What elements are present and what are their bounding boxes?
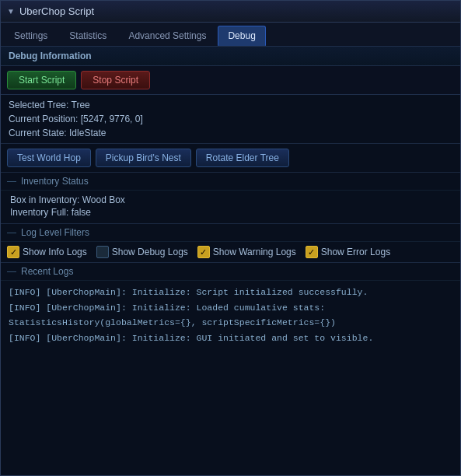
- filter-warning-label: Show Warning Logs: [213, 247, 296, 257]
- log-filters-body: ✓ Show Info Logs Show Debug Logs ✓ Show …: [1, 242, 460, 262]
- log-entry-2: [INFO] [UberChopMain]: Initialize: GUI i…: [9, 331, 452, 345]
- filter-info[interactable]: ✓ Show Info Logs: [7, 246, 87, 258]
- title-arrow: ▼: [7, 7, 15, 16]
- inventory-status-body: Box in Inventory: Wood Box Inventory Ful…: [1, 191, 460, 223]
- box-in-inventory: Box in Inventory: Wood Box: [10, 194, 451, 206]
- filter-info-checkbox[interactable]: ✓: [7, 246, 19, 258]
- tab-advanced-settings[interactable]: Advanced Settings: [118, 26, 216, 46]
- script-control-row: Start Script Stop Script: [1, 66, 460, 95]
- rotate-elder-tree-button[interactable]: Rotate Elder Tree: [196, 149, 289, 167]
- filter-debug[interactable]: Show Debug Logs: [96, 246, 188, 258]
- log-filters-section: Log Level Filters ✓ Show Info Logs Show …: [1, 224, 460, 263]
- selected-tree: Selected Tree: Tree: [9, 98, 452, 112]
- filter-info-label: Show Info Logs: [23, 247, 87, 257]
- current-state: Current State: IdleState: [9, 126, 452, 140]
- title-bar: ▼ UberChop Script: [1, 1, 460, 23]
- filter-error[interactable]: ✓ Show Error Logs: [306, 246, 390, 258]
- info-section: Selected Tree: Tree Current Position: [5…: [1, 95, 460, 144]
- action-buttons-row: Test World Hop Pickup Bird's Nest Rotate…: [1, 144, 460, 173]
- filter-debug-checkbox[interactable]: [96, 246, 109, 258]
- log-filters-header: Log Level Filters: [1, 224, 460, 242]
- debug-section-header: Debug Information: [1, 47, 460, 66]
- inventory-full: Inventory Full: false: [10, 206, 451, 219]
- filter-error-checkbox[interactable]: ✓: [306, 246, 318, 258]
- start-script-button[interactable]: Start Script: [7, 71, 76, 89]
- log-entry-1: [INFO] [UberChopMain]: Initialize: Loade…: [9, 301, 452, 330]
- app-title: UberChop Script: [19, 5, 94, 17]
- filter-debug-label: Show Debug Logs: [112, 247, 188, 257]
- tabs-bar: Settings Statistics Advanced Settings De…: [1, 23, 460, 47]
- pickup-birds-nest-button[interactable]: Pickup Bird's Nest: [96, 149, 191, 167]
- test-world-hop-button[interactable]: Test World Hop: [7, 149, 91, 167]
- recent-logs-section: Recent Logs [INFO] [UberChopMain]: Initi…: [1, 263, 460, 475]
- tab-debug[interactable]: Debug: [218, 26, 265, 46]
- tab-statistics[interactable]: Statistics: [59, 26, 117, 46]
- log-content-area: [INFO] [UberChopMain]: Initialize: Scrip…: [1, 281, 460, 352]
- app-window: ▼ UberChop Script Settings Statistics Ad…: [0, 0, 461, 476]
- recent-logs-header: Recent Logs: [1, 263, 460, 281]
- filter-warning[interactable]: ✓ Show Warning Logs: [197, 246, 296, 258]
- current-position: Current Position: [5247, 9776, 0]: [9, 112, 452, 126]
- filter-warning-checkbox[interactable]: ✓: [197, 246, 210, 258]
- inventory-status-header: Inventory Status: [1, 173, 460, 191]
- stop-script-button[interactable]: Stop Script: [81, 71, 150, 89]
- filter-error-label: Show Error Logs: [321, 247, 390, 257]
- tab-settings[interactable]: Settings: [4, 26, 58, 46]
- log-entry-0: [INFO] [UberChopMain]: Initialize: Scrip…: [9, 285, 452, 299]
- inventory-status-section: Inventory Status Box in Inventory: Wood …: [1, 173, 460, 224]
